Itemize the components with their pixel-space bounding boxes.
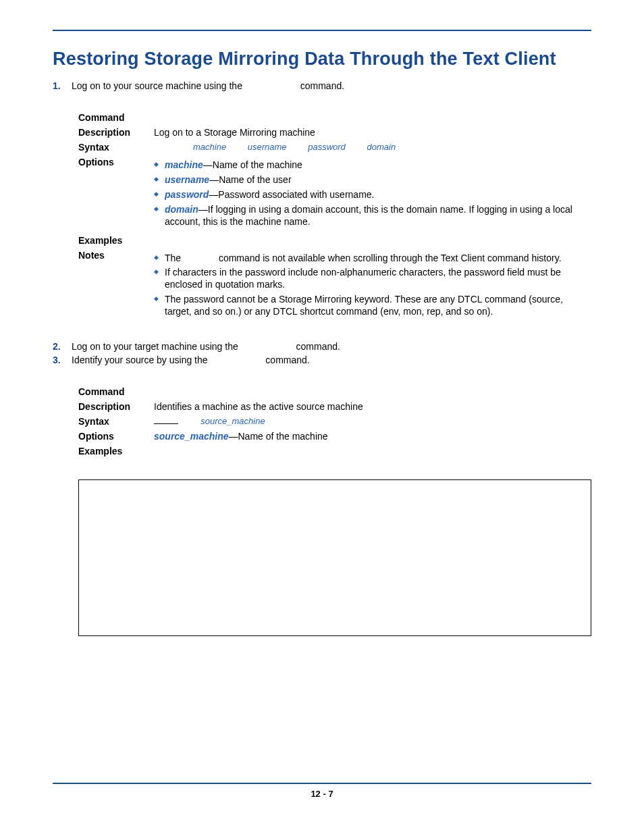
note-1a: The: [165, 253, 184, 263]
syntax-param-domain: domain: [367, 142, 396, 152]
step-1-cmd: [245, 82, 298, 92]
step-2-pre: Log on to your target machine using the: [72, 341, 241, 352]
login-options-label: Options: [78, 157, 154, 231]
source-syntax-label: Syntax: [78, 416, 154, 427]
option-domain-desc: —If logging in using a domain account, t…: [165, 204, 572, 227]
note-3: The password cannot be a Storage Mirrori…: [154, 294, 591, 318]
option-machine-name: machine: [165, 159, 203, 170]
source-command-label: Command: [78, 386, 154, 397]
option-machine: machine—Name of the machine: [154, 159, 591, 172]
top-rule: [53, 30, 591, 31]
step-1-text: Log on to your source machine using the …: [72, 80, 591, 92]
note-1: The command is not available when scroll…: [154, 253, 591, 265]
step-2: 2. Log on to your target machine using t…: [53, 341, 591, 353]
step-2-text: Log on to your target machine using the …: [72, 341, 591, 353]
option-password: password—Password associated with userna…: [154, 189, 591, 201]
source-description-label: Description: [78, 401, 154, 412]
login-command-block: Command Description Log on to a Storage …: [78, 112, 591, 321]
source-description-value: Identifies a machine as the active sourc…: [154, 401, 591, 412]
step-3-number: 3.: [53, 355, 72, 366]
page-number: 12 - 7: [0, 789, 644, 799]
source-command-block: Command Description Identifies a machine…: [78, 386, 591, 457]
step-3-pre: Identify your source by using the: [72, 355, 210, 365]
login-examples-value: [154, 235, 591, 246]
source-syntax-value: source_machine: [154, 416, 591, 427]
login-examples-label: Examples: [78, 235, 154, 246]
option-username: username—Name of the user: [154, 174, 591, 186]
step-3-text: Identify your source by using the comman…: [72, 355, 591, 366]
option-username-desc: —Name of the user: [209, 174, 291, 185]
bottom-rule: [53, 783, 591, 784]
login-command-value: [154, 112, 591, 123]
step-3-post: command.: [263, 355, 309, 365]
step-1-post: command.: [298, 80, 344, 91]
option-machine-desc: —Name of the machine: [203, 159, 302, 170]
boxed-note-area: [78, 479, 591, 636]
source-option-desc: —Name of the machine: [229, 431, 328, 442]
syntax-param-username: username: [248, 142, 287, 152]
page-title: Restoring Storage Mirroring Data Through…: [53, 49, 591, 70]
source-syntax-underline: [154, 423, 178, 424]
source-command-value: [154, 386, 591, 397]
source-syntax-param: source_machine: [200, 416, 265, 426]
note-2: If characters in the password include no…: [154, 267, 591, 291]
login-description-label: Description: [78, 127, 154, 138]
step-3: 3. Identify your source by using the com…: [53, 355, 591, 366]
step-2-post: command.: [294, 341, 340, 352]
source-examples-value: [154, 446, 591, 457]
step-1-number: 1.: [53, 80, 72, 92]
login-syntax-label: Syntax: [78, 142, 154, 153]
option-username-name: username: [165, 174, 209, 185]
login-command-label: Command: [78, 112, 154, 123]
note-1b: command is not available when scrolling …: [216, 253, 562, 263]
source-options-value: source_machine—Name of the machine: [154, 431, 591, 442]
step-3-cmd: [210, 356, 263, 366]
step-2-number: 2.: [53, 341, 72, 353]
login-options-value: machine—Name of the machine username—Nam…: [154, 157, 591, 231]
login-notes-label: Notes: [78, 250, 154, 321]
option-domain-name: domain: [165, 204, 198, 215]
step-1: 1. Log on to your source machine using t…: [53, 80, 591, 92]
source-option-name: source_machine: [154, 431, 229, 442]
option-password-desc: —Password associated with username.: [209, 189, 374, 200]
step-2-cmd: [241, 342, 294, 353]
login-syntax-value: machine username password domain: [154, 142, 591, 153]
source-examples-label: Examples: [78, 446, 154, 457]
option-password-name: password: [165, 189, 209, 200]
step-1-pre: Log on to your source machine using the: [72, 80, 245, 91]
login-notes-value: The command is not available when scroll…: [154, 250, 591, 321]
login-description-value: Log on to a Storage Mirroring machine: [154, 127, 591, 138]
option-domain: domain—If logging in using a domain acco…: [154, 204, 591, 228]
syntax-param-machine: machine: [193, 142, 226, 152]
source-options-label: Options: [78, 431, 154, 442]
syntax-param-password: password: [308, 142, 346, 152]
